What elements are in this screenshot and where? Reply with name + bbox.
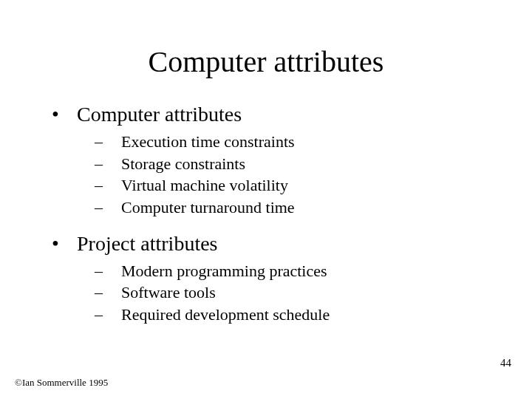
dash-icon: – [95,153,121,175]
slide: Computer attributes • Computer attribute… [0,0,532,399]
sub-bullet-label: Required development schedule [121,304,330,326]
bullet-icon: • [52,103,77,126]
bullet-icon: • [52,232,77,256]
sub-bullet-item: – Storage constraints [95,153,502,175]
sub-bullet-list: – Modern programming practices – Softwar… [52,260,502,326]
sub-bullet-item: – Execution time constraints [95,131,502,153]
bullet-label: Project attributes [77,232,218,256]
sub-bullet-item: – Virtual machine volatility [95,174,502,197]
sub-bullet-label: Modern programming practices [121,260,327,282]
sub-bullet-label: Computer turnaround time [121,197,295,219]
sub-bullet-item: – Computer turnaround time [95,197,502,219]
sub-bullet-label: Execution time constraints [121,131,295,153]
sub-bullet-item: – Modern programming practices [95,260,502,282]
sub-bullet-label: Software tools [121,282,216,304]
sub-bullet-item: – Software tools [95,282,502,304]
sub-bullet-list: – Execution time constraints – Storage c… [52,131,502,219]
dash-icon: – [95,282,121,304]
slide-content: • Computer attributes – Execution time c… [30,103,502,326]
dash-icon: – [95,304,121,326]
sub-bullet-label: Virtual machine volatility [121,174,288,197]
bullet-item: • Computer attributes [52,103,502,126]
slide-title: Computer attributes [30,44,502,79]
dash-icon: – [95,260,121,282]
bullet-item: • Project attributes [52,232,502,256]
dash-icon: – [95,174,121,197]
footer-copyright: ©Ian Sommerville 1995 [15,377,108,389]
sub-bullet-item: – Required development schedule [95,304,502,326]
bullet-label: Computer attributes [77,103,242,126]
page-number: 44 [500,357,511,369]
sub-bullet-label: Storage constraints [121,153,245,175]
dash-icon: – [95,197,121,219]
dash-icon: – [95,131,121,153]
